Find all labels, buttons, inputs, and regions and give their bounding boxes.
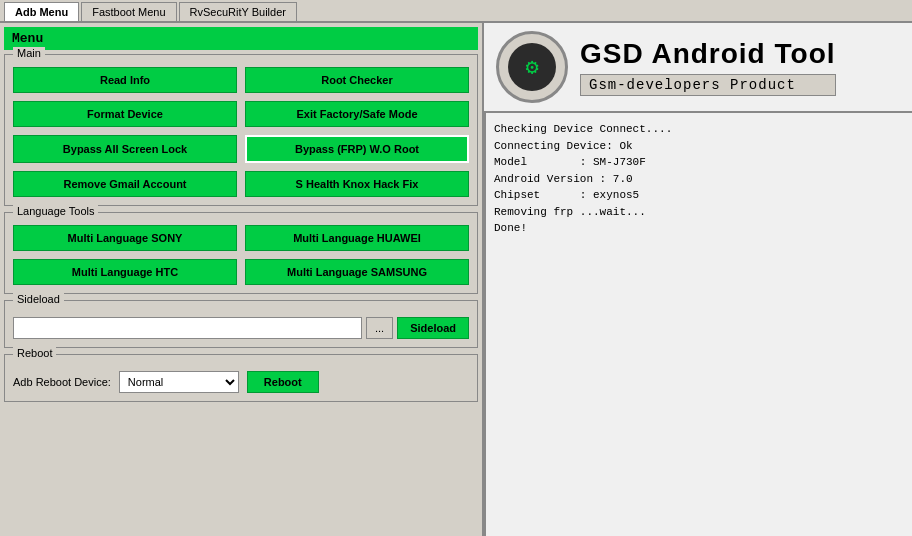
logo-inner: ⚙: [508, 43, 556, 91]
bypass-screen-button[interactable]: Bypass All Screen Lock: [13, 135, 237, 163]
reboot-section-label: Reboot: [13, 347, 56, 359]
console-line: Checking Device Connect....: [494, 121, 904, 138]
sideload-action-button[interactable]: Sideload: [397, 317, 469, 339]
root-checker-button[interactable]: Root Checker: [245, 67, 469, 93]
tab-bar: Adb Menu Fastboot Menu RvSecuRitY Builde…: [0, 0, 912, 23]
read-info-button[interactable]: Read Info: [13, 67, 237, 93]
lang-samsung-button[interactable]: Multi Language SAMSUNG: [245, 259, 469, 285]
console-line: Android Version : 7.0: [494, 171, 904, 188]
reboot-device-label: Adb Reboot Device:: [13, 376, 111, 388]
main-layout: Menu Main Read Info Root Checker Format …: [0, 23, 912, 536]
header-text: GSD Android Tool Gsm-developers Product: [580, 38, 836, 96]
app-subtitle: Gsm-developers Product: [580, 74, 836, 96]
main-section-label: Main: [13, 47, 45, 59]
tab-adb-menu[interactable]: Adb Menu: [4, 2, 79, 21]
sideload-input[interactable]: [13, 317, 362, 339]
logo-circle: ⚙: [496, 31, 568, 103]
s-health-button[interactable]: S Health Knox Hack Fix: [245, 171, 469, 197]
reboot-button[interactable]: Reboot: [247, 371, 319, 393]
reboot-row: Adb Reboot Device: Normal Recovery Bootl…: [13, 371, 469, 393]
tab-fastboot-menu[interactable]: Fastboot Menu: [81, 2, 176, 21]
left-panel: Menu Main Read Info Root Checker Format …: [0, 23, 484, 536]
console-area: Checking Device Connect....Connecting De…: [484, 113, 912, 536]
console-line: Removing frp ...wait...: [494, 204, 904, 221]
menu-label: Menu: [4, 27, 478, 50]
app-title: GSD Android Tool: [580, 38, 836, 70]
main-section: Main Read Info Root Checker Format Devic…: [4, 54, 478, 206]
console-line: Model : SM-J730F: [494, 154, 904, 171]
bypass-frp-button[interactable]: Bypass (FRP) W.O Root: [245, 135, 469, 163]
sideload-row: ... Sideload: [13, 317, 469, 339]
console-line: Connecting Device: Ok: [494, 138, 904, 155]
format-device-button[interactable]: Format Device: [13, 101, 237, 127]
reboot-section: Reboot Adb Reboot Device: Normal Recover…: [4, 354, 478, 402]
tab-rvsecurity-builder[interactable]: RvSecuRitY Builder: [179, 2, 297, 21]
lang-htc-button[interactable]: Multi Language HTC: [13, 259, 237, 285]
header-area: ⚙ GSD Android Tool Gsm-developers Produc…: [484, 23, 912, 113]
sideload-section: Sideload ... Sideload: [4, 300, 478, 348]
exit-factory-button[interactable]: Exit Factory/Safe Mode: [245, 101, 469, 127]
sideload-section-label: Sideload: [13, 293, 64, 305]
right-panel: ⚙ GSD Android Tool Gsm-developers Produc…: [484, 23, 912, 536]
remove-gmail-button[interactable]: Remove Gmail Account: [13, 171, 237, 197]
language-section-label: Language Tools: [13, 205, 98, 217]
logo-icon: ⚙: [525, 54, 538, 81]
console-line: Done!: [494, 220, 904, 237]
reboot-mode-select[interactable]: Normal Recovery Bootloader: [119, 371, 239, 393]
language-button-grid: Multi Language SONY Multi Language HUAWE…: [13, 225, 469, 285]
sideload-browse-button[interactable]: ...: [366, 317, 393, 339]
language-section: Language Tools Multi Language SONY Multi…: [4, 212, 478, 294]
lang-huawei-button[interactable]: Multi Language HUAWEI: [245, 225, 469, 251]
lang-sony-button[interactable]: Multi Language SONY: [13, 225, 237, 251]
main-button-grid: Read Info Root Checker Format Device Exi…: [13, 67, 469, 197]
console-line: Chipset : exynos5: [494, 187, 904, 204]
